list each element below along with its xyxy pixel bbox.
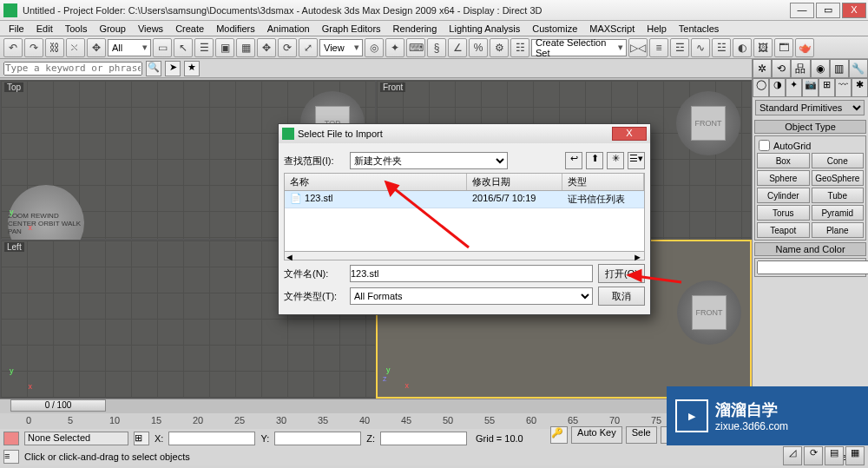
star-icon[interactable]: ★ xyxy=(184,61,200,76)
tab-utilities-icon[interactable]: 🔧 xyxy=(849,59,868,78)
prim-plane-button[interactable]: Plane xyxy=(812,222,865,238)
move-button[interactable]: ✥ xyxy=(257,38,276,57)
arc-rotate-icon[interactable]: ⟳ xyxy=(804,446,823,465)
maximize-viewport-icon[interactable]: ▦ xyxy=(845,446,865,465)
cat-space-icon[interactable]: 〰 xyxy=(835,78,852,97)
selected-label[interactable]: Sele xyxy=(626,426,657,444)
filetype-combo[interactable]: All Formats xyxy=(350,287,593,305)
arrow-icon[interactable]: ➤ xyxy=(165,61,181,76)
selection-set-combo[interactable]: Create Selection Set xyxy=(531,39,627,56)
curve-editor-button[interactable]: ∿ xyxy=(691,38,710,57)
select-button[interactable]: ▭ xyxy=(153,38,172,57)
menu-tools[interactable]: Tools xyxy=(60,23,93,35)
snap-button[interactable]: § xyxy=(427,38,446,57)
viewcube-front-face[interactable]: FRONT xyxy=(691,106,726,141)
prim-teapot-button[interactable]: Teapot xyxy=(757,222,810,238)
autogrid-checkbox[interactable]: AutoGrid xyxy=(759,140,862,151)
go-back-icon[interactable]: ↩ xyxy=(565,152,582,169)
subcategory-select[interactable]: Standard Primitives xyxy=(755,100,865,115)
dialog-close-button[interactable]: X xyxy=(612,127,647,141)
viewcube-front[interactable]: FRONT xyxy=(676,91,740,155)
viewcube-persp[interactable]: FRONT xyxy=(677,280,741,345)
file-row[interactable]: 📄 123.stl 2016/5/7 10:19 证书信任列表 xyxy=(285,191,644,208)
undo-button[interactable]: ↶ xyxy=(3,38,23,57)
tab-display-icon[interactable]: ▥ xyxy=(830,59,849,78)
prim-box-button[interactable]: Box xyxy=(757,153,810,168)
link-button[interactable]: ⛓ xyxy=(45,38,64,57)
menu-animation[interactable]: Animation xyxy=(262,23,315,35)
col-type[interactable]: 类型 xyxy=(562,174,644,190)
render-setup-button[interactable]: 🖼 xyxy=(753,38,773,57)
prim-cylinder-button[interactable]: Cylinder xyxy=(757,188,810,203)
col-date[interactable]: 修改日期 xyxy=(467,174,562,190)
view-menu-icon[interactable]: ☰▾ xyxy=(628,152,645,169)
search-icon[interactable]: 🔍 xyxy=(146,61,161,76)
layer-button[interactable]: ☲ xyxy=(670,38,689,57)
tab-modify-icon[interactable]: ⟲ xyxy=(772,59,791,78)
menu-rendering[interactable]: Rendering xyxy=(388,23,443,35)
time-slider-thumb[interactable]: 0 / 100 xyxy=(10,399,106,412)
prim-cone-button[interactable]: Cone xyxy=(812,153,865,168)
prim-torus-button[interactable]: Torus xyxy=(757,205,810,221)
menu-maxscript[interactable]: MAXScript xyxy=(584,23,640,35)
set-key-icon[interactable]: 🔑 xyxy=(550,426,568,444)
window-minimize-button[interactable]: — xyxy=(790,3,814,18)
file-list[interactable]: 📄 123.stl 2016/5/7 10:19 证书信任列表 xyxy=(284,191,645,252)
menu-edit[interactable]: Edit xyxy=(31,23,58,35)
cat-systems-icon[interactable]: ✱ xyxy=(852,78,868,97)
bind-button[interactable]: ✥ xyxy=(87,38,106,57)
script-listener-icon[interactable]: ≡ xyxy=(3,450,19,464)
ref-coord-combo[interactable]: View xyxy=(319,39,363,56)
menu-grapheditors[interactable]: Graph Editors xyxy=(317,23,386,35)
schematic-button[interactable]: ☳ xyxy=(712,38,731,57)
filename-input[interactable] xyxy=(350,265,593,282)
transform-type-in-icon[interactable]: ⊞ xyxy=(134,432,149,445)
prim-sphere-button[interactable]: Sphere xyxy=(757,170,810,186)
menu-customize[interactable]: Customize xyxy=(527,23,582,35)
render-fb-button[interactable]: 🗔 xyxy=(774,38,793,57)
spinner-snap-button[interactable]: ⚙ xyxy=(490,38,509,57)
menu-tentacles[interactable]: Tentacles xyxy=(674,23,724,35)
x-input[interactable] xyxy=(168,432,255,445)
menu-lighting[interactable]: Lighting Analysis xyxy=(444,23,525,35)
menu-views[interactable]: Views xyxy=(133,23,168,35)
tab-create-icon[interactable]: ✲ xyxy=(753,59,772,78)
cat-geometry-icon[interactable]: ◯ xyxy=(753,78,769,97)
mirror-button[interactable]: ▷◁ xyxy=(628,38,648,57)
viewcube-persp-face[interactable]: FRONT xyxy=(692,295,727,330)
z-input[interactable] xyxy=(380,432,467,445)
autokey-button[interactable]: Auto Key xyxy=(571,426,622,444)
lookin-combo[interactable]: 新建文件夹 xyxy=(350,152,508,169)
named-sel-button[interactable]: ☷ xyxy=(510,38,529,57)
snap-angle-button[interactable]: ∠ xyxy=(448,38,467,57)
snap-percent-button[interactable]: % xyxy=(469,38,488,57)
window-close-button[interactable]: X xyxy=(842,3,866,18)
menu-modifiers[interactable]: Modifiers xyxy=(211,23,260,35)
select-cursor-button[interactable]: ↖ xyxy=(174,38,193,57)
prim-pyramid-button[interactable]: Pyramid xyxy=(812,205,865,221)
cat-lights-icon[interactable]: ✦ xyxy=(786,78,802,97)
align-button[interactable]: ≡ xyxy=(649,38,668,57)
rollout-objecttype-header[interactable]: Object Type xyxy=(754,120,866,134)
tab-hierarchy-icon[interactable]: 品 xyxy=(791,59,810,78)
menu-create[interactable]: Create xyxy=(170,23,209,35)
selection-filter-combo[interactable]: All xyxy=(108,39,151,56)
open-button[interactable]: 打开(O) xyxy=(598,264,645,283)
new-folder-icon[interactable]: ✳ xyxy=(607,152,624,169)
tab-motion-icon[interactable]: ◉ xyxy=(811,59,830,78)
up-one-level-icon[interactable]: ⬆ xyxy=(586,152,603,169)
walk-icon[interactable]: ▤ xyxy=(825,446,844,465)
window-maximize-button[interactable]: ▭ xyxy=(816,3,840,18)
select-byname-button[interactable]: ☰ xyxy=(194,38,214,57)
col-name[interactable]: 名称 xyxy=(285,174,467,190)
file-list-hscrollbar[interactable]: ◄► xyxy=(284,252,645,260)
cat-cameras-icon[interactable]: 📷 xyxy=(802,78,819,97)
prim-tube-button[interactable]: Tube xyxy=(812,188,865,203)
object-name-input[interactable] xyxy=(757,260,868,274)
cat-shapes-icon[interactable]: ◑ xyxy=(769,78,786,97)
unlink-button[interactable]: ⛌ xyxy=(66,38,85,57)
material-button[interactable]: ◐ xyxy=(733,38,752,57)
menu-group[interactable]: Group xyxy=(94,23,131,35)
keyword-input[interactable] xyxy=(3,62,142,76)
window-crossing-button[interactable]: ▦ xyxy=(236,38,255,57)
